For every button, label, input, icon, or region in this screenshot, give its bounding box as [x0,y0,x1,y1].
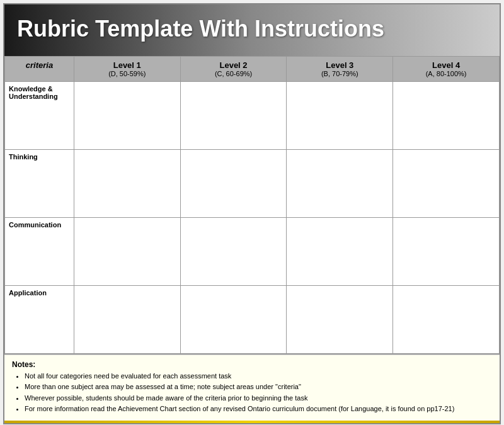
content-cell-0-3[interactable] [393,82,500,150]
table-row: Knowledge & Understanding [5,82,500,150]
rubric-table-wrapper: criteria Level 1 (D, 50-59%) Level 2 (C,… [4,56,500,354]
gold-border-accent [4,421,500,423]
content-cell-1-1[interactable] [180,150,287,218]
level1-main: Level 1 [77,60,178,70]
content-cell-2-3[interactable] [393,218,500,286]
notes-title: Notes: [12,360,492,369]
level4-header: Level 4 (A, 80-100%) [393,57,500,82]
header: Rubric Template With Instructions [4,4,500,56]
page-container: Rubric Template With Instructions criter… [3,3,501,424]
content-cell-2-0[interactable] [74,218,180,286]
note-item-3: For more information read the Achievemen… [25,404,492,414]
table-row: Application [5,286,500,354]
level2-header: Level 2 (C, 60-69%) [180,57,287,82]
content-cell-2-1[interactable] [180,218,287,286]
level2-main: Level 2 [183,60,284,70]
content-cell-3-3[interactable] [393,286,500,354]
table-row: Thinking [5,150,500,218]
note-item-1: More than one subject area may be assess… [25,382,492,392]
content-cell-0-0[interactable] [74,82,180,150]
level4-main: Level 4 [396,60,496,70]
level1-sub: (D, 50-59%) [77,70,178,77]
criteria-cell-1: Thinking [5,150,74,218]
level3-header: Level 3 (B, 70-79%) [287,57,393,82]
notes-list: Not all four categories need be evaluate… [12,371,492,414]
rubric-table: criteria Level 1 (D, 50-59%) Level 2 (C,… [4,56,500,354]
table-row: Communication [5,218,500,286]
content-cell-3-2[interactable] [287,286,393,354]
content-cell-1-0[interactable] [74,150,180,218]
criteria-cell-3: Application [5,286,74,354]
level4-sub: (A, 80-100%) [396,70,496,77]
level3-main: Level 3 [289,60,390,70]
note-item-0: Not all four categories need be evaluate… [25,371,492,381]
notes-section: Notes: Not all four categories need be e… [4,354,500,421]
criteria-header: criteria [5,57,74,82]
level3-sub: (B, 70-79%) [289,70,390,77]
criteria-cell-0: Knowledge & Understanding [5,82,74,150]
content-cell-1-2[interactable] [287,150,393,218]
content-cell-0-2[interactable] [287,82,393,150]
criteria-cell-2: Communication [5,218,74,286]
level1-header: Level 1 (D, 50-59%) [74,57,180,82]
note-item-2: Wherever possible, students should be ma… [25,394,492,403]
content-cell-1-3[interactable] [393,150,500,218]
content-cell-2-2[interactable] [287,218,393,286]
content-cell-0-1[interactable] [180,82,287,150]
level2-sub: (C, 60-69%) [183,70,284,77]
page-title: Rubric Template With Instructions [17,16,384,42]
content-cell-3-1[interactable] [180,286,287,354]
content-cell-3-0[interactable] [74,286,180,354]
table-header-row: criteria Level 1 (D, 50-59%) Level 2 (C,… [5,57,500,82]
